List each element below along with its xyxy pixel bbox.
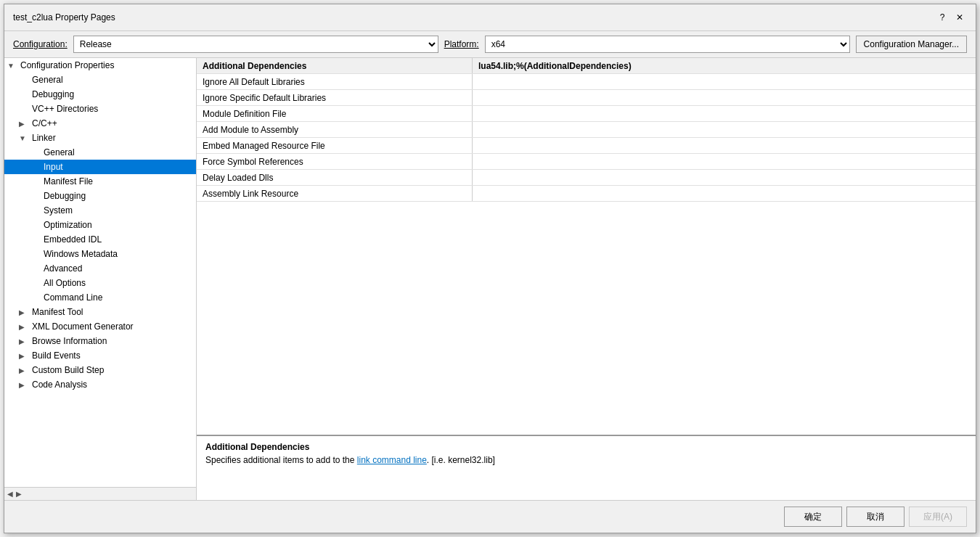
tree-expand-cpp: ▶ xyxy=(19,120,30,128)
prop-row-additional-deps[interactable]: Additional Dependencieslua54.lib;%(Addit… xyxy=(197,58,976,74)
tree-label-optimization: Optimization xyxy=(44,220,92,230)
prop-name-additional-deps: Additional Dependencies xyxy=(197,58,473,73)
tree-item-custom-build[interactable]: ▶Custom Build Step xyxy=(4,363,196,377)
tree-label-build-events: Build Events xyxy=(32,351,81,361)
tree-label-browse-info: Browse Information xyxy=(32,336,107,346)
prop-name-delay-loaded: Delay Loaded Dlls xyxy=(197,170,473,185)
tree-item-manifest-file[interactable]: Manifest File xyxy=(4,174,196,189)
tree-label-linker-debug: Debugging xyxy=(44,191,86,201)
desc-link[interactable]: link command line xyxy=(357,455,427,465)
tree-item-optimization[interactable]: Optimization xyxy=(4,218,196,232)
prop-row-add-module[interactable]: Add Module to Assembly xyxy=(197,122,976,138)
prop-row-embed-managed[interactable]: Embed Managed Resource File xyxy=(197,138,976,154)
desc-text-after: . [i.e. kernel32.lib] xyxy=(427,455,495,465)
tree-expand-manifest-tool: ▶ xyxy=(19,308,30,316)
tree-label-linker-input: Input xyxy=(44,162,63,172)
props-panel: Additional Dependencieslua54.lib;%(Addit… xyxy=(197,58,976,500)
tree-item-linker-input[interactable]: Input xyxy=(4,160,196,174)
platform-label: Platform: xyxy=(444,39,479,49)
prop-description: Additional Dependencies Specifies additi… xyxy=(197,435,976,500)
title-bar-buttons: ? ✕ xyxy=(935,10,967,25)
tree-scroll: ▼Configuration PropertiesGeneralDebuggin… xyxy=(4,58,196,487)
tree-item-cpp[interactable]: ▶C/C++ xyxy=(4,116,196,131)
tree-item-embedded-idl[interactable]: Embedded IDL xyxy=(4,232,196,247)
desc-title: Additional Dependencies xyxy=(205,442,967,452)
tree-label-advanced: Advanced xyxy=(44,263,82,274)
tree-label-debugging: Debugging xyxy=(32,89,74,99)
prop-row-delay-loaded[interactable]: Delay Loaded Dlls xyxy=(197,170,976,186)
tree-label-system: System xyxy=(44,205,73,216)
tree-item-command-line[interactable]: Command Line xyxy=(4,290,196,305)
tree-label-embedded-idl: Embedded IDL xyxy=(44,234,102,245)
desc-text: Specifies additional items to add to the… xyxy=(205,455,967,465)
close-button[interactable]: ✕ xyxy=(952,10,967,25)
tree-expand-custom-build: ▶ xyxy=(19,366,30,374)
tree-expand-code-analysis: ▶ xyxy=(19,381,30,389)
tree-label-manifest-tool: Manifest Tool xyxy=(32,307,83,317)
apply-button[interactable]: 应用(A) xyxy=(909,507,967,527)
tree-label-custom-build: Custom Build Step xyxy=(32,365,104,375)
tree-item-windows-metadata[interactable]: Windows Metadata xyxy=(4,247,196,261)
tree-expand-xml-doc: ▶ xyxy=(19,323,30,331)
tree-label-manifest-file: Manifest File xyxy=(44,176,93,186)
tree-item-linker-general[interactable]: General xyxy=(4,145,196,160)
property-pages-dialog: test_c2lua Property Pages ? ✕ Configurat… xyxy=(4,4,976,533)
help-button[interactable]: ? xyxy=(935,10,950,25)
prop-name-add-module: Add Module to Assembly xyxy=(197,122,473,137)
tree-label-config-props: Configuration Properties xyxy=(20,60,114,70)
tree-label-code-analysis: Code Analysis xyxy=(32,380,87,390)
tree-item-code-analysis[interactable]: ▶Code Analysis xyxy=(4,377,196,392)
scroll-left-icon[interactable]: ◀ xyxy=(7,490,13,498)
tree-item-vc-dirs[interactable]: VC++ Directories xyxy=(4,102,196,116)
platform-select[interactable]: x64 xyxy=(485,36,850,53)
tree-item-browse-info[interactable]: ▶Browse Information xyxy=(4,334,196,348)
dialog-title: test_c2lua Property Pages xyxy=(13,12,115,22)
main-content: ▼Configuration PropertiesGeneralDebuggin… xyxy=(4,58,976,500)
tree-item-xml-doc[interactable]: ▶XML Document Generator xyxy=(4,319,196,334)
tree-item-general[interactable]: General xyxy=(4,73,196,87)
prop-name-force-symbol: Force Symbol References xyxy=(197,154,473,169)
prop-value-ignore-specific xyxy=(473,90,976,105)
tree-bottom-bar: ◀ ▶ xyxy=(4,487,196,500)
config-label: Configuration: xyxy=(13,39,68,49)
tree-item-config-props[interactable]: ▼Configuration Properties xyxy=(4,58,196,73)
tree-label-xml-doc: XML Document Generator xyxy=(32,321,134,332)
tree-panel: ▼Configuration PropertiesGeneralDebuggin… xyxy=(4,58,197,500)
tree-label-linker: Linker xyxy=(32,133,56,143)
ok-button[interactable]: 确定 xyxy=(784,507,842,527)
tree-label-all-options: All Options xyxy=(44,278,86,288)
prop-value-force-symbol xyxy=(473,154,976,169)
prop-row-force-symbol[interactable]: Force Symbol References xyxy=(197,154,976,170)
tree-expand-linker: ▼ xyxy=(19,134,30,142)
prop-row-assembly-link[interactable]: Assembly Link Resource xyxy=(197,186,976,202)
tree-item-build-events[interactable]: ▶Build Events xyxy=(4,348,196,363)
tree-item-linker[interactable]: ▼Linker xyxy=(4,131,196,145)
tree-label-windows-metadata: Windows Metadata xyxy=(44,249,118,259)
tree-item-linker-debug[interactable]: Debugging xyxy=(4,189,196,203)
prop-value-add-module xyxy=(473,122,976,137)
tree-item-system[interactable]: System xyxy=(4,203,196,218)
prop-row-ignore-all[interactable]: Ignore All Default Libraries xyxy=(197,74,976,90)
config-manager-button[interactable]: Configuration Manager... xyxy=(856,36,967,53)
tree-expand-browse-info: ▶ xyxy=(19,337,30,345)
cancel-button[interactable]: 取消 xyxy=(846,507,905,527)
prop-name-module-def: Module Definition File xyxy=(197,106,473,121)
tree-expand-config-props: ▼ xyxy=(7,62,19,70)
tree-label-linker-general: General xyxy=(44,147,75,157)
prop-row-ignore-specific[interactable]: Ignore Specific Default Libraries xyxy=(197,90,976,106)
prop-name-assembly-link: Assembly Link Resource xyxy=(197,186,473,201)
tree-item-all-options[interactable]: All Options xyxy=(4,276,196,290)
scroll-right-icon[interactable]: ▶ xyxy=(16,490,22,498)
prop-value-module-def xyxy=(473,106,976,121)
config-select[interactable]: Release xyxy=(73,36,438,53)
tree-item-debugging[interactable]: Debugging xyxy=(4,87,196,102)
footer: 确定 取消 应用(A) xyxy=(4,500,976,533)
tree-item-manifest-tool[interactable]: ▶Manifest Tool xyxy=(4,305,196,319)
prop-row-module-def[interactable]: Module Definition File xyxy=(197,106,976,122)
tree-expand-build-events: ▶ xyxy=(19,352,30,360)
tree-item-advanced[interactable]: Advanced xyxy=(4,261,196,276)
tree-label-command-line: Command Line xyxy=(44,292,102,303)
tree-label-cpp: C/C++ xyxy=(32,118,57,128)
prop-value-ignore-all xyxy=(473,74,976,89)
prop-name-ignore-specific: Ignore Specific Default Libraries xyxy=(197,90,473,105)
